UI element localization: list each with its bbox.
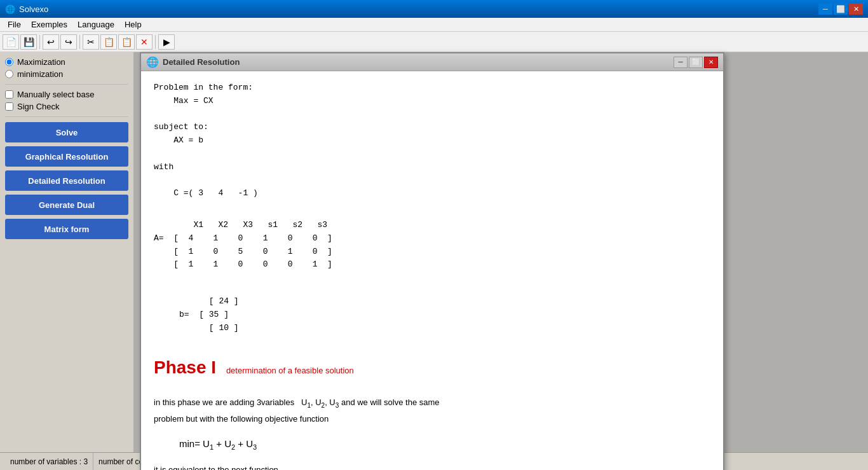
detail-window: 🌐 Detailed Resolution ─ ⬜ ✕ Problem in t… — [140, 52, 724, 470]
detailed-resolution-button[interactable]: Detailed Resolution — [5, 170, 128, 191]
app-title: Solvexo — [19, 4, 48, 14]
matrix-a: X1 X2 X3 s1 s2 s3 A= [ 4 1 0 1 0 0 ] [ 1… — [154, 205, 710, 272]
generate-dual-button[interactable]: Generate Dual — [5, 195, 128, 215]
sign-check-checkbox[interactable] — [5, 102, 13, 111]
phase-section: Phase I determination of a feasible solu… — [154, 354, 710, 382]
delete-button[interactable]: ✕ — [136, 34, 153, 50]
menu-bar: File Exemples Language Help — [0, 18, 868, 32]
manually-select-base-label: Manually select base — [17, 90, 94, 99]
minimization-radio[interactable] — [5, 70, 13, 78]
toolbar: 📄 💾 ↩ ↪ ✂ 📋 📋 ✕ ▶ — [0, 32, 868, 52]
app-title-bar: 🌐 Solvexo ─ ⬜ ✕ — [0, 0, 868, 18]
sidebar-divider-1 — [5, 84, 128, 85]
paste-button[interactable]: 📋 — [118, 34, 135, 50]
save-button[interactable]: 💾 — [20, 34, 37, 50]
solve-button[interactable]: Solve — [5, 122, 128, 142]
sidebar: Maximization minimization Manually selec… — [0, 52, 133, 452]
copy-button[interactable]: 📋 — [100, 34, 117, 50]
sidebar-divider-2 — [5, 116, 128, 117]
detail-title-controls: ─ ⬜ ✕ — [674, 57, 718, 68]
vector-b: [ 24 ] b= [ 35 ] [ 10 ] — [179, 282, 710, 335]
phase-title: Phase I — [154, 357, 216, 377]
manually-select-base-option[interactable]: Manually select base — [5, 90, 128, 99]
main-layout: Maximization minimization Manually selec… — [0, 52, 868, 452]
redo-button[interactable]: ↪ — [60, 34, 77, 50]
phase-text: in this phase we are adding 3variables U… — [154, 395, 710, 426]
phase-subtitle: determination of a feasible solution — [226, 366, 354, 375]
app-icon: 🌐 — [5, 4, 15, 14]
equivalent-text: it is equivalent to the next function — [154, 464, 710, 470]
close-button[interactable]: ✕ — [849, 3, 863, 15]
sign-check-label: Sign Check — [17, 102, 59, 111]
detail-window-title-bar: 🌐 Detailed Resolution ─ ⬜ ✕ — [141, 53, 723, 71]
problem-header: Problem in the form: Max = CX subject to… — [154, 81, 710, 200]
menu-language[interactable]: Language — [72, 18, 119, 31]
detail-title-left: 🌐 Detailed Resolution — [146, 56, 240, 68]
title-bar-controls: ─ ⬜ ✕ — [818, 3, 863, 15]
menu-file[interactable]: File — [3, 18, 26, 31]
detail-window-icon: 🌐 — [146, 56, 159, 68]
detail-restore-button[interactable]: ⬜ — [689, 57, 703, 68]
detail-minimize-button[interactable]: ─ — [674, 57, 688, 68]
minimization-label: minimization — [17, 69, 63, 79]
min-function: min= U1 + U2 + U3 — [179, 436, 710, 453]
minimization-option[interactable]: minimization — [5, 69, 128, 79]
objective-radio-group: Maximization minimization — [5, 57, 128, 79]
maximization-label: Maximization — [17, 57, 65, 67]
menu-exemples[interactable]: Exemples — [26, 18, 72, 31]
maximization-option[interactable]: Maximization — [5, 57, 128, 67]
matrix-form-button[interactable]: Matrix form — [5, 219, 128, 239]
menu-help[interactable]: Help — [119, 18, 147, 31]
restore-button[interactable]: ⬜ — [834, 3, 848, 15]
minimize-button[interactable]: ─ — [818, 3, 832, 15]
undo-button[interactable]: ↩ — [43, 34, 59, 50]
content-area: 🌐 Detailed Resolution ─ ⬜ ✕ Problem in t… — [133, 52, 868, 452]
detail-close-button[interactable]: ✕ — [704, 57, 718, 68]
detail-content[interactable]: Problem in the form: Max = CX subject to… — [141, 71, 723, 470]
title-bar-left: 🌐 Solvexo — [5, 4, 48, 14]
manually-select-base-checkbox[interactable] — [5, 90, 13, 99]
sign-check-option[interactable]: Sign Check — [5, 102, 128, 111]
new-button[interactable]: 📄 — [3, 34, 19, 50]
num-variables: number of variables : 3 — [5, 453, 93, 470]
run-button[interactable]: ▶ — [158, 34, 175, 50]
cut-button[interactable]: ✂ — [83, 34, 99, 50]
maximization-radio[interactable] — [5, 58, 13, 66]
detail-window-title: Detailed Resolution — [163, 57, 240, 67]
graphical-resolution-button[interactable]: Graphical Resolution — [5, 146, 128, 167]
